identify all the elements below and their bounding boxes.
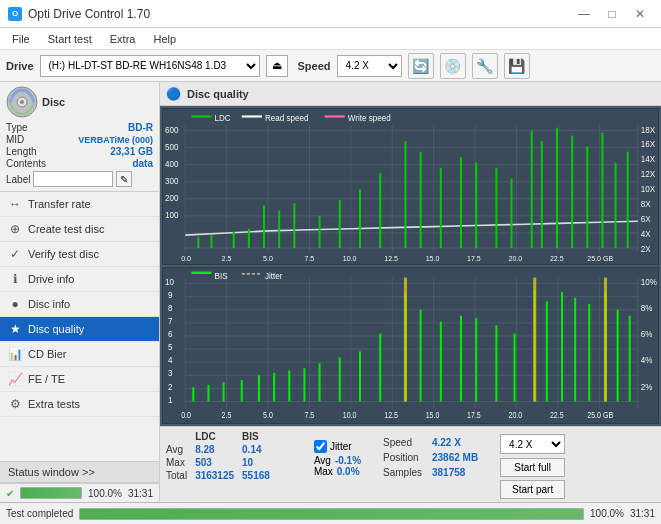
app-title: Opti Drive Control 1.70 bbox=[28, 7, 150, 21]
sidebar-item-disc-quality[interactable]: ★ Disc quality bbox=[0, 317, 159, 342]
svg-text:6: 6 bbox=[168, 329, 173, 340]
settings-button[interactable]: 🔧 bbox=[472, 53, 498, 79]
drive-label: Drive bbox=[6, 60, 34, 72]
eject-button[interactable]: ⏏ bbox=[266, 55, 288, 77]
speed-dropdown[interactable]: 4.2 X 8 X Max bbox=[500, 434, 565, 454]
type-value: BD-R bbox=[128, 122, 153, 133]
sidebar-item-extra-tests[interactable]: ⚙ Extra tests bbox=[0, 392, 159, 417]
svg-text:17.5: 17.5 bbox=[467, 411, 481, 421]
sidebar-item-cd-bier[interactable]: 📊 CD Bier bbox=[0, 342, 159, 367]
svg-rect-3 bbox=[163, 109, 658, 264]
maximize-button[interactable]: □ bbox=[599, 4, 625, 24]
start-part-button[interactable]: Start part bbox=[500, 480, 565, 499]
svg-text:200: 200 bbox=[165, 193, 179, 203]
menu-help[interactable]: Help bbox=[145, 31, 184, 47]
svg-text:2.5: 2.5 bbox=[222, 254, 232, 263]
verify-test-disc-icon: ✓ bbox=[8, 247, 22, 261]
max-bis: 10 bbox=[242, 456, 278, 469]
type-label: Type bbox=[6, 122, 28, 133]
sidebar-status-bar: ✔ 100.0% 31:31 bbox=[0, 483, 159, 502]
chart-bis-svg: BIS Jitter 10 9 8 7 6 5 4 3 2 bbox=[163, 268, 658, 423]
disc-title: Disc bbox=[42, 96, 65, 108]
svg-rect-50 bbox=[191, 115, 211, 117]
svg-text:2X: 2X bbox=[641, 244, 651, 254]
svg-text:2.5: 2.5 bbox=[222, 411, 232, 421]
svg-text:600: 600 bbox=[165, 124, 179, 134]
stats-area: LDC BIS Avg 8.28 0.14 Max 503 bbox=[160, 426, 661, 502]
svg-text:8: 8 bbox=[168, 302, 173, 313]
position-value: 23862 MB bbox=[428, 451, 482, 464]
extra-tests-icon: ⚙ bbox=[8, 397, 22, 411]
svg-rect-52 bbox=[242, 115, 262, 117]
jitter-label: Jitter bbox=[330, 441, 352, 452]
speed-value: 4.22 X bbox=[428, 436, 482, 449]
fe-te-label: FE / TE bbox=[28, 373, 65, 385]
mid-label: MID bbox=[6, 134, 24, 145]
menu-start-test[interactable]: Start test bbox=[40, 31, 100, 47]
content-area: 🔵 Disc quality bbox=[160, 82, 661, 502]
app-icon: O bbox=[8, 7, 22, 21]
menu-bar: File Start test Extra Help bbox=[0, 28, 661, 50]
jitter-checkbox[interactable] bbox=[314, 440, 327, 453]
avg-jitter-value: -0.1% bbox=[335, 455, 361, 466]
start-full-button[interactable]: Start full bbox=[500, 458, 565, 477]
sidebar-item-create-test-disc[interactable]: ⊕ Create test disc bbox=[0, 217, 159, 242]
charts-wrapper: LDC Read speed Write speed 600 500 400 3… bbox=[160, 106, 661, 426]
create-test-disc-label: Create test disc bbox=[28, 223, 104, 235]
jitter-section: Jitter Avg -0.1% Max 0.0% bbox=[314, 440, 361, 477]
samples-label: Samples bbox=[379, 466, 426, 479]
chart-ldc: LDC Read speed Write speed 600 500 400 3… bbox=[162, 108, 659, 265]
length-label: Length bbox=[6, 146, 37, 157]
svg-text:20.0: 20.0 bbox=[508, 254, 522, 263]
speed-select[interactable]: 4.2 X 8 X 12 X Max bbox=[337, 55, 402, 77]
main-time-text: 31:31 bbox=[630, 508, 655, 519]
drive-info-label: Drive info bbox=[28, 273, 74, 285]
svg-text:8X: 8X bbox=[641, 199, 651, 209]
avg-jitter-label: Avg bbox=[314, 455, 331, 466]
speed-label: Speed bbox=[298, 60, 331, 72]
svg-text:4X: 4X bbox=[641, 229, 651, 239]
drive-select[interactable]: (H:) HL-DT-ST BD-RE WH16NS48 1.D3 bbox=[40, 55, 260, 77]
refresh-button[interactable]: 🔄 bbox=[408, 53, 434, 79]
svg-rect-82 bbox=[163, 268, 658, 423]
menu-extra[interactable]: Extra bbox=[102, 31, 144, 47]
svg-text:25.0 GB: 25.0 GB bbox=[587, 411, 613, 421]
svg-text:15.0: 15.0 bbox=[426, 254, 440, 263]
svg-text:10%: 10% bbox=[641, 276, 657, 287]
sidebar-item-disc-info[interactable]: ● Disc info bbox=[0, 292, 159, 317]
svg-rect-54 bbox=[325, 115, 345, 117]
main-progress-fill bbox=[80, 509, 583, 519]
total-ldc: 3163125 bbox=[195, 469, 242, 482]
svg-text:22.5: 22.5 bbox=[550, 411, 564, 421]
progress-percent: 100.0% bbox=[88, 488, 122, 499]
svg-text:22.5: 22.5 bbox=[550, 254, 564, 263]
burn-button[interactable]: 💿 bbox=[440, 53, 466, 79]
svg-text:5: 5 bbox=[168, 342, 173, 353]
avg-ldc: 8.28 bbox=[195, 443, 242, 456]
progress-bar-fill bbox=[21, 488, 81, 498]
close-button[interactable]: ✕ bbox=[627, 4, 653, 24]
max-label: Max bbox=[166, 456, 195, 469]
status-text: Test completed bbox=[6, 508, 73, 519]
elapsed-time: 31:31 bbox=[128, 488, 153, 499]
sidebar-item-transfer-rate[interactable]: ↔ Transfer rate bbox=[0, 192, 159, 217]
title-bar: O Opti Drive Control 1.70 — □ ✕ bbox=[0, 0, 661, 28]
jitter-checkbox-row: Jitter bbox=[314, 440, 361, 453]
svg-text:10: 10 bbox=[165, 276, 174, 287]
minimize-button[interactable]: — bbox=[571, 4, 597, 24]
sidebar-item-fe-te[interactable]: 📈 FE / TE bbox=[0, 367, 159, 392]
contents-label: Contents bbox=[6, 158, 46, 169]
nav-list: ↔ Transfer rate ⊕ Create test disc ✓ Ver… bbox=[0, 192, 159, 461]
svg-text:5.0: 5.0 bbox=[263, 411, 273, 421]
save-button[interactable]: 💾 bbox=[504, 53, 530, 79]
status-window-button[interactable]: Status window >> bbox=[0, 461, 159, 483]
disc-label-edit-button[interactable]: ✎ bbox=[116, 171, 132, 187]
menu-file[interactable]: File bbox=[4, 31, 38, 47]
svg-text:400: 400 bbox=[165, 159, 179, 169]
svg-text:20.0: 20.0 bbox=[508, 411, 522, 421]
disc-label-input[interactable] bbox=[33, 171, 113, 187]
sidebar-item-drive-info[interactable]: ℹ Drive info bbox=[0, 267, 159, 292]
disc-quality-icon: ★ bbox=[8, 322, 22, 336]
sidebar-item-verify-test-disc[interactable]: ✓ Verify test disc bbox=[0, 242, 159, 267]
bis-header: BIS bbox=[242, 430, 278, 443]
